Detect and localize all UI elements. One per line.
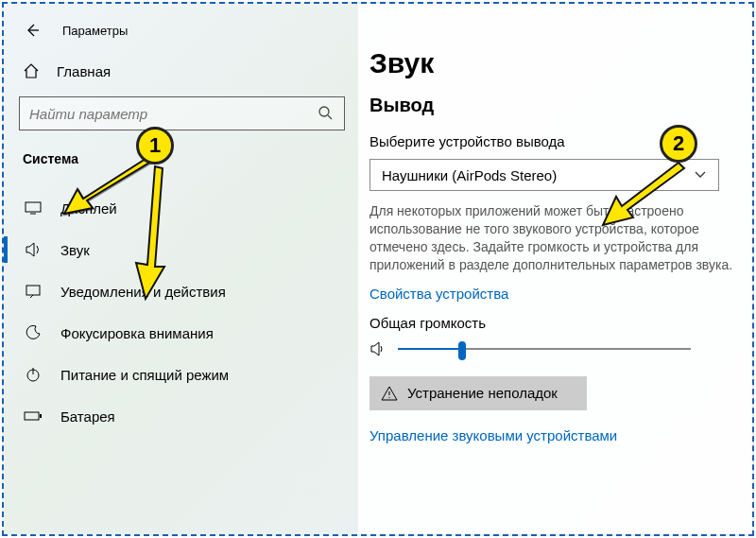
manage-devices-link[interactable]: Управление звуковыми устройствами — [369, 427, 752, 443]
svg-point-0 — [319, 107, 329, 116]
callout-arrow-2 — [599, 155, 694, 231]
output-help-text: Для некоторых приложений может быть наст… — [369, 202, 752, 274]
nav-item-focus[interactable]: Фокусировка внимания — [4, 312, 358, 354]
window-title: Параметры — [62, 24, 128, 38]
svg-rect-2 — [26, 286, 40, 295]
sound-icon — [23, 242, 43, 257]
notify-icon — [23, 284, 43, 299]
display-icon — [23, 201, 43, 215]
troubleshoot-label: Устранение неполадок — [407, 385, 558, 401]
nav-label: Питание и спящий режим — [60, 367, 229, 383]
volume-label: Общая громкость — [369, 315, 752, 331]
search-input[interactable] — [29, 106, 318, 122]
volume-slider[interactable] — [398, 338, 691, 359]
chevron-down-icon — [694, 170, 707, 180]
device-properties-link[interactable]: Свойства устройства — [369, 286, 752, 302]
arrow-left-icon — [25, 23, 40, 38]
search-box[interactable] — [19, 96, 345, 130]
volume-icon[interactable] — [369, 341, 387, 356]
slider-fill — [398, 348, 462, 350]
search-icon — [318, 105, 335, 122]
output-header: Вывод — [369, 95, 752, 116]
battery-icon — [23, 410, 43, 422]
nav-label: Звук — [60, 242, 90, 258]
back-button[interactable] — [23, 21, 42, 40]
nav-label: Батарея — [60, 408, 115, 425]
callout-arrow-1b — [117, 161, 183, 303]
content-pane: Звук Вывод Выберите устройство вывода На… — [358, 4, 752, 534]
home-icon — [23, 62, 40, 79]
nav-item-battery[interactable]: Батарея — [4, 395, 358, 437]
page-title: Звук — [369, 47, 752, 79]
focus-icon — [23, 324, 43, 341]
slider-thumb[interactable] — [458, 341, 466, 360]
callout-badge-2: 2 — [660, 125, 697, 163]
home-label: Главная — [57, 63, 111, 79]
callout-badge-1: 1 — [136, 127, 174, 165]
home-link[interactable]: Главная — [4, 57, 358, 96]
warning-icon — [381, 386, 398, 401]
svg-rect-4 — [25, 412, 39, 420]
svg-rect-1 — [26, 202, 41, 212]
nav-item-power[interactable]: Питание и спящий режим — [4, 354, 358, 395]
troubleshoot-button[interactable]: Устранение неполадок — [369, 376, 587, 410]
power-icon — [23, 366, 43, 383]
nav-label: Фокусировка внимания — [60, 325, 214, 341]
svg-rect-5 — [40, 414, 42, 418]
